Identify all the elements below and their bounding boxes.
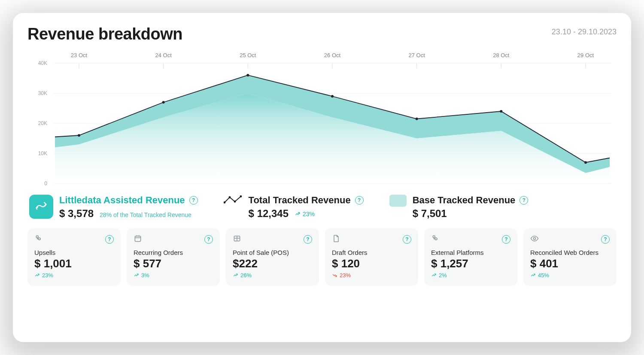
layers-icon: [431, 234, 440, 245]
svg-text:26 Oct: 26 Oct: [324, 52, 341, 58]
chart-legend: Littledata Assisted Revenue ? $ 3,578 28…: [27, 195, 617, 220]
svg-text:27 Oct: 27 Oct: [409, 52, 425, 58]
svg-text:30K: 30K: [38, 90, 47, 96]
area-swatch-icon: [389, 195, 407, 207]
file-icon: [332, 234, 340, 245]
help-icon[interactable]: ?: [403, 235, 411, 244]
svg-point-28: [416, 118, 418, 120]
metric-value: $ 577: [134, 257, 213, 270]
legend-base-tracked: Base Tracked Revenue ? $ 7,501: [389, 195, 529, 220]
svg-point-24: [78, 134, 80, 137]
help-icon[interactable]: ?: [105, 235, 114, 244]
svg-point-29: [500, 110, 502, 113]
metric-trend: 45%: [530, 272, 549, 278]
metric-label: Draft Orders: [332, 249, 411, 256]
metric-card[interactable]: ?Reconciled Web Orders$ 401 45%: [523, 228, 617, 286]
svg-text:20K: 20K: [38, 120, 47, 126]
legend-total-trend: 23%: [295, 211, 315, 217]
metric-trend: 23%: [332, 272, 351, 278]
metric-value: $ 120: [332, 257, 411, 270]
eye-icon: [530, 234, 539, 245]
metric-trend: 2%: [431, 272, 447, 278]
metric-cards-row: ?Upsells$ 1,001 23%?Recurring Orders$ 57…: [27, 228, 617, 286]
svg-point-34: [240, 196, 242, 198]
page-title: Revenue breakdown: [27, 25, 182, 43]
help-icon[interactable]: ?: [355, 196, 364, 205]
chart-svg: 010K20K30K40K23 Oct24 Oct25 Oct26 Oct27 …: [27, 51, 616, 189]
svg-text:0: 0: [44, 181, 47, 187]
svg-point-27: [331, 95, 334, 98]
line-swatch-icon: [224, 195, 243, 205]
svg-point-40: [435, 238, 437, 240]
metric-card[interactable]: ?Point of Sale (POS)$222 26%: [226, 228, 319, 286]
svg-text:28 Oct: 28 Oct: [493, 52, 510, 58]
help-icon[interactable]: ?: [519, 196, 528, 205]
card-header: Revenue breakdown 23.10 - 29.10.2023: [27, 25, 617, 43]
svg-text:40K: 40K: [38, 60, 47, 66]
metric-label: Point of Sale (POS): [233, 249, 312, 256]
svg-point-41: [534, 238, 536, 240]
littledata-logo-icon: [29, 195, 53, 219]
svg-point-36: [38, 238, 40, 240]
legend-base-value: $ 7,501: [413, 208, 447, 220]
metric-card[interactable]: ?External Platforms$ 1,257 2%: [424, 228, 517, 286]
layers-icon: [34, 234, 43, 245]
svg-text:23 Oct: 23 Oct: [71, 52, 88, 58]
date-range: 23.10 - 29.10.2023: [552, 28, 617, 37]
svg-point-33: [234, 201, 236, 203]
help-icon[interactable]: ?: [189, 196, 198, 205]
svg-point-26: [246, 74, 249, 77]
metric-value: $222: [233, 257, 312, 270]
revenue-chart: 010K20K30K40K23 Oct24 Oct25 Oct26 Oct27 …: [27, 51, 617, 189]
svg-point-35: [36, 236, 38, 238]
metric-label: Upsells: [34, 249, 114, 256]
metric-label: External Platforms: [431, 249, 510, 256]
metric-card[interactable]: ?Draft Orders$ 120 23%: [325, 228, 418, 286]
svg-text:10K: 10K: [38, 150, 47, 156]
help-icon[interactable]: ?: [204, 235, 213, 244]
svg-point-30: [584, 161, 587, 164]
metric-value: $ 1,257: [431, 257, 510, 270]
metric-trend: 3%: [134, 272, 149, 278]
svg-text:24 Oct: 24 Oct: [155, 52, 172, 58]
svg-text:29 Oct: 29 Oct: [577, 52, 594, 58]
legend-total-tracked: Total Tracked Revenue ? $ 12,345 23%: [224, 195, 364, 220]
legend-assisted-revenue: Littledata Assisted Revenue ? $ 3,578 28…: [29, 195, 198, 220]
legend-total-value: $ 12,345: [249, 208, 289, 220]
help-icon[interactable]: ?: [304, 235, 312, 244]
metric-trend: 26%: [233, 272, 252, 278]
legend-base-title: Base Tracked Revenue: [413, 195, 516, 206]
metric-value: $ 1,001: [34, 257, 114, 270]
metric-value: $ 401: [530, 257, 610, 270]
legend-assisted-title: Littledata Assisted Revenue: [59, 195, 185, 206]
legend-total-title: Total Tracked Revenue: [249, 195, 351, 206]
svg-text:25 Oct: 25 Oct: [240, 52, 256, 58]
help-icon[interactable]: ?: [502, 235, 510, 244]
table-icon: [233, 234, 241, 245]
metric-card[interactable]: ?Recurring Orders$ 577 3%: [127, 228, 220, 286]
metric-label: Reconciled Web Orders: [530, 249, 610, 256]
svg-point-32: [228, 196, 231, 199]
revenue-breakdown-card: Revenue breakdown 23.10 - 29.10.2023 010…: [13, 13, 631, 342]
metric-card[interactable]: ?Upsells$ 1,001 23%: [27, 228, 121, 286]
calendar-icon: [134, 234, 142, 245]
svg-point-39: [433, 236, 435, 238]
metric-label: Recurring Orders: [134, 249, 213, 256]
legend-assisted-value: $ 3,578: [59, 208, 94, 220]
help-icon[interactable]: ?: [601, 235, 610, 244]
svg-rect-37: [135, 236, 140, 242]
metric-trend: 23%: [34, 272, 53, 278]
svg-point-25: [162, 101, 165, 104]
legend-assisted-subtext: 28% of the Total Tracked Revenue: [100, 211, 191, 218]
